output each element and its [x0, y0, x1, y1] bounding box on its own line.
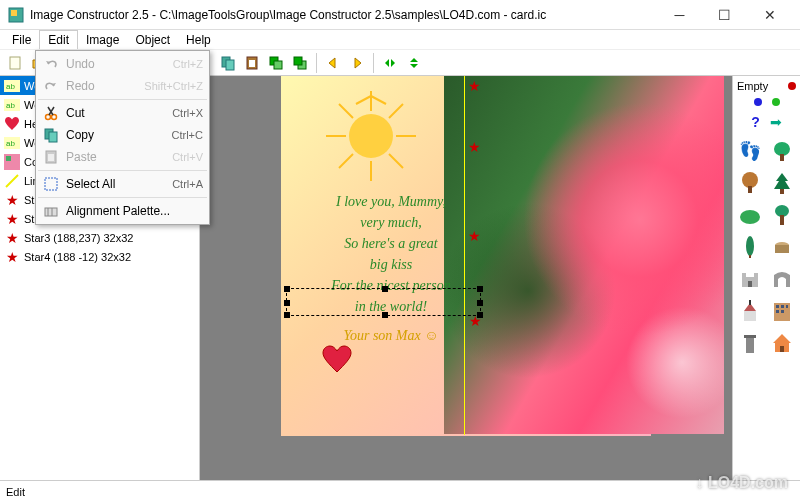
svg-rect-60: [744, 335, 756, 338]
text-line-2: very much,: [291, 212, 491, 233]
asset-cypress-icon[interactable]: [737, 234, 763, 260]
blue-dot-icon[interactable]: [754, 98, 762, 106]
asset-house-icon[interactable]: [769, 330, 795, 356]
menu-bar: File Edit Image Object Help: [0, 30, 800, 50]
object-row[interactable]: ★Star3 (188,237) 32x32: [0, 228, 199, 247]
asset-elm-icon[interactable]: [769, 202, 795, 228]
asset-oak-icon[interactable]: [737, 170, 763, 196]
star-icon: ★: [4, 211, 20, 227]
asset-church-icon[interactable]: [737, 298, 763, 324]
svg-text:ab: ab: [6, 139, 15, 148]
star-object[interactable]: ★: [468, 78, 481, 94]
svg-rect-52: [749, 300, 751, 305]
menu-item-undo: UndoCtrl+Z: [38, 53, 207, 75]
svg-rect-36: [780, 154, 784, 161]
selection-box[interactable]: [286, 288, 481, 316]
svg-text:ab: ab: [6, 82, 15, 91]
asset-footprints-icon[interactable]: 👣: [737, 138, 763, 164]
svg-line-29: [339, 104, 353, 118]
svg-rect-2: [10, 57, 20, 69]
menu-item-redo: RedoShift+Ctrl+Z: [38, 75, 207, 97]
paste-tool-button[interactable]: [241, 52, 263, 74]
svg-text:★: ★: [6, 211, 19, 227]
svg-text:★: ★: [6, 192, 19, 208]
asset-tree-icon[interactable]: [769, 138, 795, 164]
asset-building-icon[interactable]: [769, 298, 795, 324]
svg-line-19: [6, 175, 18, 187]
svg-rect-8: [274, 61, 282, 69]
green-dot-icon[interactable]: [772, 98, 780, 106]
flip-v-button[interactable]: [403, 52, 425, 74]
svg-point-62: [46, 115, 51, 120]
svg-line-31: [389, 104, 403, 118]
object-row[interactable]: ★Star4 (188 -12) 32x32: [0, 247, 199, 266]
asset-pine-icon[interactable]: [769, 170, 795, 196]
svg-rect-67: [48, 154, 54, 161]
text-signoff: Your son Max ☺: [291, 325, 491, 346]
bring-front-button[interactable]: [265, 52, 287, 74]
star-object[interactable]: ★: [468, 139, 481, 155]
svg-rect-69: [45, 208, 57, 216]
menu-item-cut[interactable]: CutCtrl+X: [38, 102, 207, 124]
copy-icon: [42, 126, 60, 144]
svg-line-32: [339, 154, 353, 168]
svg-rect-38: [748, 186, 752, 193]
svg-point-24: [349, 114, 393, 158]
svg-rect-18: [6, 156, 11, 161]
close-button[interactable]: ✕: [747, 0, 792, 30]
flip-h-button[interactable]: [379, 52, 401, 74]
svg-line-34: [371, 96, 386, 104]
text-icon: ab: [4, 97, 20, 113]
svg-rect-49: [754, 273, 758, 277]
svg-line-33: [356, 96, 371, 104]
send-back-button[interactable]: [289, 52, 311, 74]
asset-stump-icon[interactable]: [769, 234, 795, 260]
heart-object[interactable]: [321, 344, 353, 376]
asset-arch-icon[interactable]: [769, 266, 795, 292]
svg-rect-65: [49, 132, 57, 142]
menu-image[interactable]: Image: [78, 31, 127, 49]
palette-icon: [42, 202, 60, 220]
asset-tower-icon[interactable]: [737, 330, 763, 356]
menu-object[interactable]: Object: [127, 31, 178, 49]
assets-title: Empty: [737, 80, 768, 92]
svg-rect-51: [744, 311, 756, 321]
asset-castle-icon[interactable]: [737, 266, 763, 292]
new-button[interactable]: [4, 52, 26, 74]
minimize-button[interactable]: ─: [657, 0, 702, 30]
copy-tool-button[interactable]: [217, 52, 239, 74]
menu-file[interactable]: File: [4, 31, 39, 49]
status-bar: Edit: [0, 480, 800, 502]
menu-item-select-all[interactable]: Select AllCtrl+A: [38, 173, 207, 195]
window-title: Image Constructor 2.5 - C:\ImageToolsGro…: [30, 8, 657, 22]
canvas-area[interactable]: I love you, Mummy, very much, So here's …: [200, 76, 732, 480]
asset-bush-icon[interactable]: [737, 202, 763, 228]
help-icon[interactable]: ?: [751, 114, 760, 130]
edit-dropdown: UndoCtrl+ZRedoShift+Ctrl+ZCutCtrl+XCopyC…: [35, 50, 210, 225]
prev-button[interactable]: [322, 52, 344, 74]
svg-text:★: ★: [6, 249, 19, 265]
svg-rect-50: [748, 281, 752, 287]
menu-edit[interactable]: Edit: [39, 30, 78, 49]
star-object[interactable]: ★: [468, 228, 481, 244]
svg-rect-61: [780, 346, 784, 352]
svg-rect-56: [786, 305, 788, 308]
paste-icon: [42, 148, 60, 166]
menu-item-alignment-palette-[interactable]: Alignment Palette...: [38, 200, 207, 222]
card-canvas[interactable]: I love you, Mummy, very much, So here's …: [281, 76, 651, 436]
svg-rect-54: [776, 305, 779, 308]
app-icon: [8, 7, 24, 23]
menu-item-copy[interactable]: CopyCtrl+C: [38, 124, 207, 146]
sun-object[interactable]: [321, 86, 421, 186]
text-icon: ab: [4, 78, 20, 94]
maximize-button[interactable]: ☐: [702, 0, 747, 30]
status-text: Edit: [6, 486, 25, 498]
svg-rect-4: [226, 60, 234, 70]
star-icon: ★: [4, 249, 20, 265]
greeting-text[interactable]: I love you, Mummy, very much, So here's …: [291, 191, 491, 346]
svg-rect-39: [780, 189, 784, 194]
svg-point-63: [52, 115, 57, 120]
menu-help[interactable]: Help: [178, 31, 219, 49]
next-button[interactable]: [346, 52, 368, 74]
arrow-right-icon[interactable]: ➡: [770, 114, 782, 130]
